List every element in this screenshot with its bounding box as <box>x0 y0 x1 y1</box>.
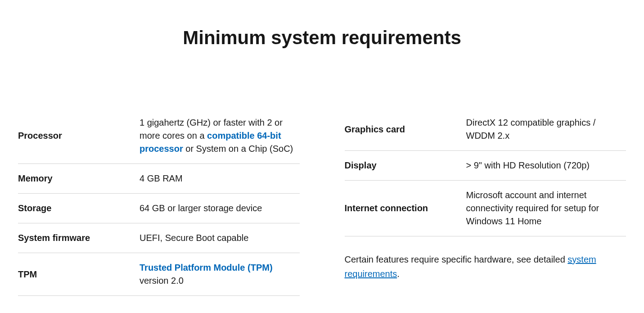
spec-text: version 2.0 <box>140 276 184 286</box>
spec-tpm: TPM Trusted Platform Module (TPM) versio… <box>18 253 300 296</box>
spec-value-graphics: DirectX 12 compatible graphics / WDDM 2.… <box>466 116 626 142</box>
spec-label-tpm: TPM <box>18 269 140 280</box>
spec-value-storage: 64 GB or larger storage device <box>140 202 300 215</box>
link-tpm[interactable]: Trusted Platform Module (TPM) <box>140 263 273 272</box>
spec-value-firmware: UEFI, Secure Boot capable <box>140 231 300 245</box>
spec-display: Display > 9" with HD Resolution (720p) <box>345 151 626 181</box>
left-column: Processor 1 gigahertz (GHz) or faster wi… <box>18 116 300 296</box>
spec-label-processor: Processor <box>18 131 140 141</box>
spec-value-internet: Microsoft account and internet connectiv… <box>466 189 626 228</box>
spec-value-display: > 9" with HD Resolution (720p) <box>466 159 626 172</box>
footnote-text: . <box>397 269 400 279</box>
spec-text: or System on a Chip (SoC) <box>183 144 293 154</box>
spec-graphics: Graphics card DirectX 12 compatible grap… <box>345 116 626 151</box>
specs-columns: Processor 1 gigahertz (GHz) or faster wi… <box>16 116 628 296</box>
spec-internet: Internet connection Microsoft account an… <box>345 181 626 236</box>
spec-firmware: System firmware UEFI, Secure Boot capabl… <box>18 223 300 253</box>
spec-storage: Storage 64 GB or larger storage device <box>18 194 300 223</box>
page-title: Minimum system requirements <box>16 27 628 49</box>
spec-value-memory: 4 GB RAM <box>140 172 300 185</box>
spec-memory: Memory 4 GB RAM <box>18 164 300 194</box>
footnote: Certain features require specific hardwa… <box>345 252 626 281</box>
spec-label-memory: Memory <box>18 173 140 184</box>
spec-label-internet: Internet connection <box>345 203 466 213</box>
spec-label-storage: Storage <box>18 203 140 213</box>
spec-value-processor: 1 gigahertz (GHz) or faster with 2 or mo… <box>140 116 300 155</box>
spec-processor: Processor 1 gigahertz (GHz) or faster wi… <box>18 116 300 164</box>
spec-label-display: Display <box>345 160 466 171</box>
spec-value-tpm: Trusted Platform Module (TPM) version 2.… <box>140 261 300 287</box>
footnote-text: Certain features require specific hardwa… <box>345 254 568 264</box>
spec-label-firmware: System firmware <box>18 233 140 243</box>
right-column: Graphics card DirectX 12 compatible grap… <box>345 116 626 296</box>
spec-label-graphics: Graphics card <box>345 124 466 135</box>
